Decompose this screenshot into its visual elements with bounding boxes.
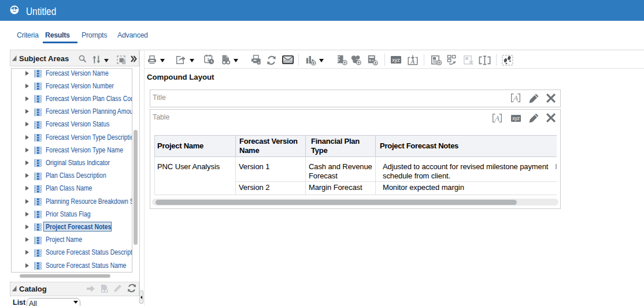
svg-text:A: A [513, 94, 518, 102]
svg-text:xyz: xyz [392, 57, 400, 63]
svg-text:A: A [494, 114, 499, 122]
svg-text:xyz: xyz [512, 115, 520, 121]
svg-text:A: A [410, 58, 414, 65]
